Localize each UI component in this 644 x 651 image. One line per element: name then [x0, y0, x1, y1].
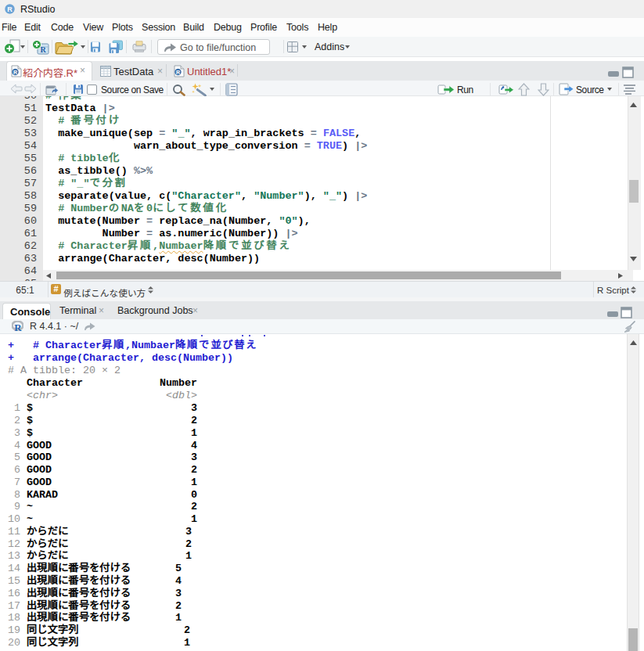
svg-text:R: R	[40, 45, 46, 54]
svg-text:R: R	[176, 70, 180, 75]
svg-text:R: R	[14, 322, 22, 332]
svg-text:R: R	[13, 70, 17, 75]
svg-text:R: R	[7, 5, 13, 13]
